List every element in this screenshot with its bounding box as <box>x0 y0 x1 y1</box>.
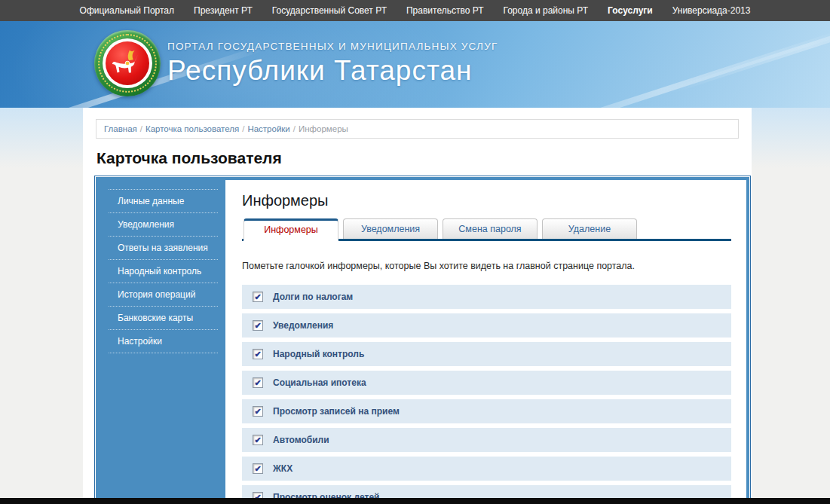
user-card-sidebar: Личные данные Уведомления Ответы на заяв… <box>99 180 225 500</box>
informer-row-tax-debts: Долги по налогам <box>242 285 731 309</box>
checkbox-tax-debts[interactable] <box>253 292 263 302</box>
winged-leopard-icon <box>110 46 145 81</box>
informer-row-social-mortgage: Социальная ипотека <box>242 371 731 395</box>
breadcrumb-separator: / <box>242 124 244 133</box>
checkbox-utilities[interactable] <box>253 463 263 474</box>
tab-deletion[interactable]: Удаление <box>542 218 637 239</box>
topbar-link-official-portal[interactable]: Официальный Портал <box>80 5 174 16</box>
user-card-panel: Личные данные Уведомления Ответы на заяв… <box>96 177 749 503</box>
informer-row-appointments: Просмотр записей на прием <box>242 399 731 423</box>
informers-description: Пометьте галочкой информеры, которые Вы … <box>242 261 731 271</box>
topbar-link-state-council[interactable]: Государственный Совет РТ <box>272 5 387 16</box>
sidebar-item-peoples-control[interactable]: Народный контроль <box>109 260 218 283</box>
breadcrumb-separator: / <box>140 124 142 133</box>
breadcrumb-separator: / <box>293 124 296 133</box>
header-light-streak <box>669 21 830 94</box>
site-header: ПОРТАЛ ГОСУДАРСТВЕННЫХ И МУНИЦИПАЛЬНЫХ У… <box>0 21 830 108</box>
settings-content-area: Информеры Информеры Уведомления Смена па… <box>225 180 746 500</box>
tab-informers[interactable]: Информеры <box>243 218 338 241</box>
tab-change-password[interactable]: Смена пароля <box>443 218 538 239</box>
footer-top-strip <box>0 498 830 504</box>
topbar-link-cities-districts[interactable]: Города и районы РТ <box>503 5 588 16</box>
checkbox-social-mortgage[interactable] <box>253 377 263 388</box>
tab-notifications[interactable]: Уведомления <box>343 218 438 239</box>
breadcrumb-link-settings[interactable]: Настройки <box>247 124 289 133</box>
checkbox-appointments[interactable] <box>253 406 263 417</box>
top-gov-bar: Официальный Портал Президент РТ Государс… <box>0 0 830 21</box>
informer-label: Автомобили <box>273 435 329 445</box>
breadcrumb-current: Информеры <box>299 124 348 133</box>
header-light-streak <box>476 27 830 108</box>
checkbox-peoples-control[interactable] <box>253 349 263 359</box>
sidebar-item-application-answers[interactable]: Ответы на заявления <box>109 237 218 260</box>
sidebar-item-settings[interactable]: Настройки <box>109 330 218 353</box>
sidebar-item-notifications[interactable]: Уведомления <box>109 213 218 237</box>
portal-title-line2: Республики Татарстан <box>167 55 498 87</box>
breadcrumb-link-home[interactable]: Главная <box>104 124 137 133</box>
topbar-link-universiade[interactable]: Универсиада-2013 <box>672 5 751 16</box>
informer-row-cars: Автомобили <box>242 428 731 452</box>
topbar-link-government[interactable]: Правительство РТ <box>406 5 483 16</box>
checkbox-notifications[interactable] <box>253 320 263 331</box>
informer-row-utilities: ЖКХ <box>242 457 731 481</box>
emblem-red-center <box>106 41 149 85</box>
sidebar-item-operation-history[interactable]: История операций <box>109 283 218 307</box>
informer-label: Социальная ипотека <box>273 377 366 388</box>
tatarstan-emblem-logo[interactable] <box>94 30 161 96</box>
portal-title-block: ПОРТАЛ ГОСУДАРСТВЕННЫХ И МУНИЦИПАЛЬНЫХ У… <box>167 41 498 87</box>
informer-row-peoples-control: Народный контроль <box>242 342 731 366</box>
portal-title-line1: ПОРТАЛ ГОСУДАРСТВЕННЫХ И МУНИЦИПАЛЬНЫХ У… <box>167 41 498 52</box>
sidebar-item-bank-cards[interactable]: Банковские карты <box>109 307 218 330</box>
informer-label: Народный контроль <box>273 349 364 359</box>
breadcrumb-link-user-card[interactable]: Карточка пользователя <box>145 124 239 133</box>
breadcrumb: Главная/Карточка пользователя/Настройки/… <box>96 119 739 139</box>
informer-label: Долги по налогам <box>273 292 353 302</box>
settings-tabbar: Информеры Уведомления Смена пароля Удале… <box>242 218 731 241</box>
topbar-link-gosuslugi[interactable]: Госуслуги <box>608 5 653 16</box>
informer-label: ЖКХ <box>273 463 292 474</box>
informer-label: Просмотр записей на прием <box>273 406 400 417</box>
topbar-link-president[interactable]: Президент РТ <box>194 5 253 16</box>
section-heading: Информеры <box>242 192 731 209</box>
checkbox-cars[interactable] <box>253 435 263 445</box>
informers-list: Долги по налогам Уведомления Народный ко… <box>242 285 731 504</box>
page-content-column: Главная/Карточка пользователя/Настройки/… <box>83 108 752 504</box>
informer-row-notifications: Уведомления <box>242 313 731 338</box>
page-title: Карточка пользователя <box>96 149 752 167</box>
informer-label: Уведомления <box>273 320 333 331</box>
sidebar-item-personal-data[interactable]: Личные данные <box>109 190 218 213</box>
